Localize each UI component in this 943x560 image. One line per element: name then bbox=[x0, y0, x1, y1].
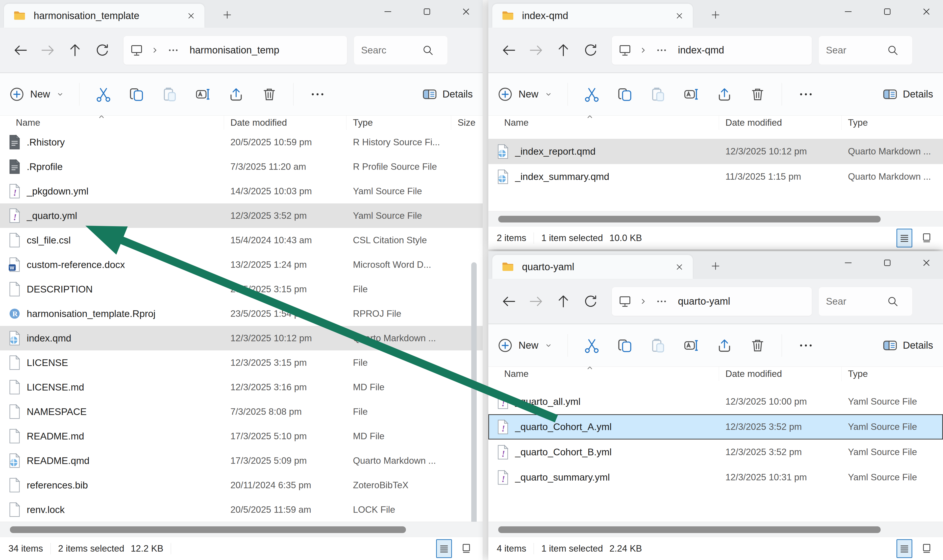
large-icons-view-toggle[interactable] bbox=[458, 539, 474, 558]
folder-tab[interactable]: index-qmd bbox=[492, 4, 693, 28]
column-header-name[interactable]: Name bbox=[488, 367, 719, 381]
copy-button[interactable] bbox=[608, 78, 641, 111]
large-icons-view-toggle[interactable] bbox=[919, 229, 935, 248]
more-options-button[interactable] bbox=[789, 78, 823, 111]
file-row[interactable]: DESCRIPTION20/5/2025 3:15 pmFile bbox=[0, 277, 483, 302]
forward-button[interactable] bbox=[523, 294, 550, 309]
file-row[interactable]: LICENSE.md12/3/2025 3:16 pmMD File bbox=[0, 375, 483, 399]
address-bar[interactable]: index-qmd bbox=[612, 35, 812, 65]
tab-close-icon[interactable] bbox=[674, 262, 685, 272]
back-button[interactable] bbox=[7, 43, 34, 58]
file-row[interactable]: index.qmd12/3/2025 10:12 pmQuarto Markdo… bbox=[0, 326, 483, 351]
breadcrumb-current-folder[interactable]: index-qmd bbox=[678, 45, 724, 56]
address-bar[interactable]: quarto-yaml bbox=[612, 287, 812, 316]
new-button[interactable]: New bbox=[497, 337, 553, 353]
column-header-date-modified[interactable]: Date modified bbox=[224, 115, 346, 130]
rename-button[interactable] bbox=[675, 78, 708, 111]
file-row[interactable]: !_quarto_all.yml12/3/2025 10:00 pmYaml S… bbox=[488, 389, 943, 414]
details-view-toggle[interactable] bbox=[436, 539, 452, 558]
file-row[interactable]: .Rhistory20/5/2025 10:59 pmR History Sou… bbox=[0, 130, 483, 154]
details-view-button[interactable]: Details bbox=[882, 86, 933, 102]
column-header-type[interactable]: Type bbox=[841, 115, 943, 130]
file-row[interactable]: README.qmd17/3/2025 5:09 pmQuarto Markdo… bbox=[0, 448, 483, 473]
share-button[interactable] bbox=[220, 78, 253, 111]
paste-button[interactable] bbox=[153, 78, 186, 111]
column-header-date-modified[interactable]: Date modified bbox=[719, 115, 841, 130]
details-view-button[interactable]: Details bbox=[882, 337, 933, 353]
forward-button[interactable] bbox=[523, 43, 550, 58]
minimize-button[interactable] bbox=[843, 6, 854, 17]
breadcrumb-ellipsis-icon[interactable] bbox=[166, 43, 180, 57]
search-box[interactable]: Searc bbox=[354, 35, 448, 65]
file-row[interactable]: _index_report.qmd12/3/2025 10:12 pmQuart… bbox=[488, 139, 943, 164]
large-icons-view-toggle[interactable] bbox=[919, 539, 935, 558]
file-row[interactable]: references.bib20/11/2024 6:35 pmZoteroBi… bbox=[0, 473, 483, 497]
paste-button[interactable] bbox=[641, 329, 675, 362]
file-row[interactable]: !_pkgdown.yml14/3/2025 10:03 pmYaml Sour… bbox=[0, 179, 483, 203]
horizontal-scrollbar[interactable] bbox=[488, 522, 943, 537]
rename-button[interactable] bbox=[186, 78, 220, 111]
file-row[interactable]: README.md17/3/2025 5:10 pmMD File bbox=[0, 424, 483, 448]
horizontal-scrollbar[interactable] bbox=[488, 211, 943, 227]
tab-close-icon[interactable] bbox=[186, 11, 196, 21]
horizontal-scrollbar[interactable] bbox=[0, 522, 483, 537]
more-options-button[interactable] bbox=[301, 78, 334, 111]
new-tab-button[interactable] bbox=[710, 261, 721, 271]
file-row[interactable]: .Rprofile7/3/2025 11:20 amR Profile Sour… bbox=[0, 154, 483, 179]
folder-tab[interactable]: quarto-yaml bbox=[492, 255, 693, 279]
tab-close-icon[interactable] bbox=[674, 11, 685, 21]
file-row[interactable]: !_quarto_summary.yml12/3/2025 10:31 pmYa… bbox=[488, 465, 943, 490]
close-button[interactable] bbox=[460, 6, 472, 17]
file-row[interactable]: _index_summary.qmd11/3/2025 1:15 pmQuart… bbox=[488, 164, 943, 189]
column-header-type[interactable]: Type bbox=[841, 367, 943, 381]
back-button[interactable] bbox=[495, 294, 523, 309]
file-row[interactable]: LICENSE12/3/2025 3:15 pmFile bbox=[0, 351, 483, 375]
cut-button[interactable] bbox=[87, 78, 120, 111]
cut-button[interactable] bbox=[575, 78, 608, 111]
copy-button[interactable] bbox=[608, 329, 641, 362]
search-box[interactable]: Sear bbox=[818, 287, 912, 316]
paste-button[interactable] bbox=[641, 78, 675, 111]
minimize-button[interactable] bbox=[843, 257, 854, 269]
close-button[interactable] bbox=[921, 257, 932, 269]
details-view-button[interactable]: Details bbox=[422, 86, 473, 102]
search-box[interactable]: Sear bbox=[818, 35, 912, 65]
share-button[interactable] bbox=[708, 78, 741, 111]
forward-button[interactable] bbox=[34, 43, 62, 58]
folder-tab[interactable]: harmonisation_template bbox=[4, 4, 205, 28]
vertical-scrollbar[interactable] bbox=[471, 262, 477, 529]
refresh-button[interactable] bbox=[577, 294, 604, 309]
rename-button[interactable] bbox=[675, 329, 708, 362]
file-row[interactable]: NAMESPACE7/3/2025 8:08 pmFile bbox=[0, 399, 483, 424]
breadcrumb-current-folder[interactable]: quarto-yaml bbox=[678, 296, 730, 307]
maximize-button[interactable] bbox=[421, 6, 433, 17]
new-tab-button[interactable] bbox=[222, 9, 233, 20]
file-row[interactable]: csl_file.csl15/4/2024 10:43 amCSL Citati… bbox=[0, 228, 483, 252]
horizontal-scrollbar-thumb[interactable] bbox=[498, 526, 881, 533]
breadcrumb-current-folder[interactable]: harmonisation_temp bbox=[189, 45, 279, 56]
refresh-button[interactable] bbox=[89, 43, 116, 58]
maximize-button[interactable] bbox=[881, 6, 893, 17]
file-row[interactable]: Rharmonisation_template.Rproj23/5/2025 1… bbox=[0, 302, 483, 326]
breadcrumb-ellipsis-icon[interactable] bbox=[655, 294, 669, 308]
horizontal-scrollbar-thumb[interactable] bbox=[498, 216, 881, 223]
column-header-type[interactable]: Type bbox=[346, 115, 451, 130]
file-row[interactable]: !_quarto.yml12/3/2025 3:52 pmYaml Source… bbox=[0, 203, 483, 228]
back-button[interactable] bbox=[495, 43, 523, 58]
horizontal-scrollbar-thumb[interactable] bbox=[10, 526, 406, 533]
column-header-name[interactable]: Name bbox=[0, 115, 224, 130]
minimize-button[interactable] bbox=[382, 6, 394, 17]
up-button[interactable] bbox=[62, 43, 89, 58]
new-button[interactable]: New bbox=[497, 86, 553, 102]
new-tab-button[interactable] bbox=[710, 9, 721, 20]
breadcrumb-ellipsis-icon[interactable] bbox=[655, 43, 669, 57]
up-button[interactable] bbox=[550, 43, 577, 58]
file-row[interactable]: Wcustom-reference.docx13/2/2025 1:24 pmM… bbox=[0, 252, 483, 277]
file-row[interactable]: !_quarto_Cohort_A.yml12/3/2025 3:52 pmYa… bbox=[488, 414, 943, 440]
delete-button[interactable] bbox=[741, 78, 774, 111]
more-options-button[interactable] bbox=[789, 329, 823, 362]
delete-button[interactable] bbox=[253, 78, 286, 111]
copy-button[interactable] bbox=[120, 78, 153, 111]
close-button[interactable] bbox=[921, 6, 932, 17]
up-button[interactable] bbox=[550, 294, 577, 309]
